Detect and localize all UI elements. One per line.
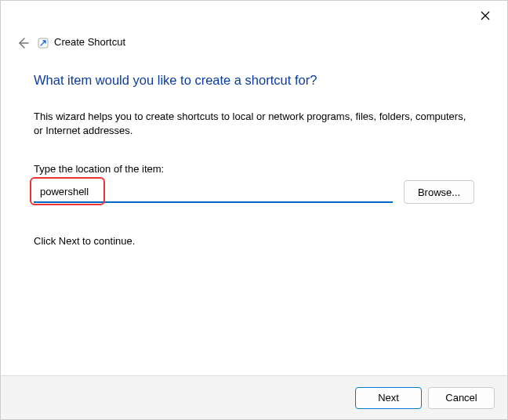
arrow-left-icon xyxy=(16,37,29,49)
page-heading: What item would you like to create a sho… xyxy=(34,73,474,88)
close-icon xyxy=(481,11,490,20)
continue-instruction: Click Next to continue. xyxy=(34,235,474,247)
back-button[interactable] xyxy=(15,35,31,51)
window-title: Create Shortcut xyxy=(54,36,125,48)
cancel-button[interactable]: Cancel xyxy=(428,387,495,409)
content-area: What item would you like to create a sho… xyxy=(34,73,474,247)
input-row: Browse... xyxy=(34,180,474,204)
titlebar xyxy=(1,1,507,35)
shortcut-icon xyxy=(37,37,49,49)
description-text: This wizard helps you to create shortcut… xyxy=(34,110,474,138)
next-button[interactable]: Next xyxy=(355,387,422,409)
location-input[interactable] xyxy=(34,181,393,203)
location-label: Type the location of the item: xyxy=(34,163,474,175)
browse-button[interactable]: Browse... xyxy=(404,180,474,204)
footer: Next Cancel xyxy=(1,375,507,419)
close-button[interactable] xyxy=(470,4,501,27)
